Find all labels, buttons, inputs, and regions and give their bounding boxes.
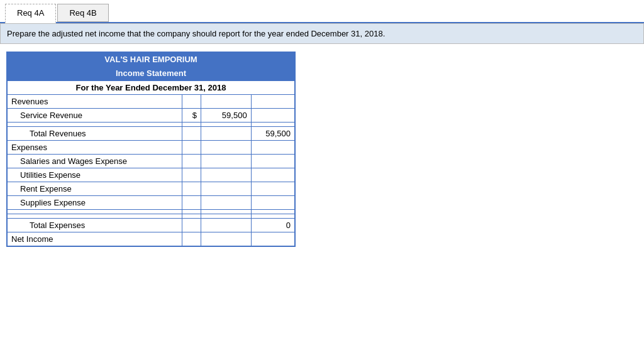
expenses-label: Expenses bbox=[7, 141, 182, 155]
total-expenses-label: Total Expenses bbox=[7, 219, 182, 232]
service-revenue-total-col bbox=[251, 109, 295, 123]
revenues-amount1-col bbox=[201, 95, 251, 109]
empty-revenue-row bbox=[7, 123, 295, 127]
utilities-row: Utilities Expense bbox=[7, 168, 295, 182]
company-name: VAL'S HAIR EMPORIUM bbox=[7, 52, 295, 67]
service-revenue-dollar: $ bbox=[182, 109, 201, 123]
empty-expense-row-1 bbox=[7, 210, 295, 214]
empty-revenue-label bbox=[7, 123, 182, 127]
period: For the Year Ended December 31, 2018 bbox=[7, 80, 295, 95]
service-revenue-row: Service Revenue $ 59,500 bbox=[7, 109, 295, 123]
total-expenses-row: Total Expenses 0 bbox=[7, 219, 295, 232]
statement-type: Income Statement bbox=[7, 67, 295, 81]
rent-row: Rent Expense bbox=[7, 182, 295, 196]
service-revenue-amount: 59,500 bbox=[201, 109, 251, 123]
statement-type-row: Income Statement bbox=[7, 67, 295, 81]
total-revenues-row: Total Revenues 59,500 bbox=[7, 127, 295, 141]
utilities-label: Utilities Expense bbox=[7, 168, 182, 182]
revenues-amount2-col bbox=[251, 95, 295, 109]
tab-req4b[interactable]: Req 4B bbox=[57, 4, 108, 22]
total-revenues-label: Total Revenues bbox=[7, 127, 182, 141]
period-row: For the Year Ended December 31, 2018 bbox=[7, 80, 295, 95]
service-revenue-label: Service Revenue bbox=[7, 109, 182, 123]
salaries-row: Salaries and Wages Expense bbox=[7, 155, 295, 168]
salaries-label: Salaries and Wages Expense bbox=[7, 155, 182, 168]
statement-wrapper: VAL'S HAIR EMPORIUM Income Statement For… bbox=[0, 44, 644, 254]
empty-expense-row-2 bbox=[7, 214, 295, 219]
rent-label: Rent Expense bbox=[7, 182, 182, 196]
company-name-row: VAL'S HAIR EMPORIUM bbox=[7, 52, 295, 67]
net-income-label: Net Income bbox=[7, 232, 182, 247]
supplies-label: Supplies Expense bbox=[7, 196, 182, 210]
net-income-amount bbox=[251, 232, 295, 247]
supplies-row: Supplies Expense bbox=[7, 196, 295, 210]
tabs-bar: Req 4A Req 4B bbox=[0, 0, 644, 23]
revenues-label: Revenues bbox=[7, 95, 182, 109]
tab-req4a[interactable]: Req 4A bbox=[5, 4, 56, 23]
expenses-section-row: Expenses bbox=[7, 141, 295, 155]
instructions: Prepare the adjusted net income that the… bbox=[0, 23, 644, 44]
net-income-row: Net Income bbox=[7, 232, 295, 247]
total-expenses-amount: 0 bbox=[251, 219, 295, 232]
revenues-section-row: Revenues bbox=[7, 95, 295, 109]
revenues-dollar-col bbox=[182, 95, 201, 109]
total-revenues-amount: 59,500 bbox=[251, 127, 295, 141]
income-statement: VAL'S HAIR EMPORIUM Income Statement For… bbox=[6, 52, 296, 247]
